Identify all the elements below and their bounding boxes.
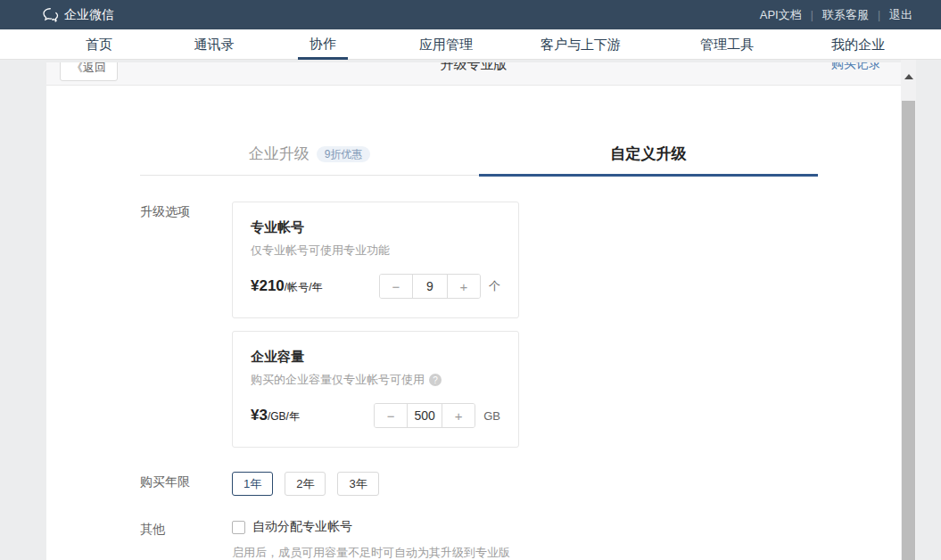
wecom-logo-icon [43, 8, 59, 22]
auto-assign-option[interactable]: 自动分配专业帐号 [232, 519, 510, 535]
other-content: 自动分配专业帐号 启用后，成员可用容量不足时可自动为其升级到专业版 [232, 519, 510, 560]
upgrade-options-label: 升级选项 [140, 202, 232, 448]
tab-custom-upgrade[interactable]: 自定义升级 [479, 133, 818, 175]
back-button[interactable]: 《返回 [60, 62, 118, 81]
card-description-text: 购买的企业容量仅专业帐号可使用 [251, 372, 425, 388]
nav-tab-contacts[interactable]: 通讯录 [183, 29, 246, 60]
divider: | [811, 9, 813, 21]
nav-tab-home[interactable]: 首页 [74, 29, 124, 60]
tab-label: 企业升级 [249, 144, 310, 164]
auto-assign-description: 启用后，成员可用容量不足时可自动为其升级到专业版 [232, 545, 510, 560]
price-amount: ¥3 [251, 407, 268, 424]
upgrade-tabs: 企业升级 9折优惠 自定义升级 [140, 133, 818, 176]
quantity-unit: 个 [489, 278, 500, 294]
content-panel: 《返回 升级专业版 购买记录 企业升级 9折优惠 自定义升级 升级选项 专业帐号… [46, 62, 901, 560]
tab-enterprise-upgrade[interactable]: 企业升级 9折优惠 [140, 133, 479, 175]
minus-button[interactable]: − [380, 275, 412, 298]
info-icon[interactable]: ? [429, 374, 442, 386]
other-row: 其他 自动分配专业帐号 启用后，成员可用容量不足时可自动为其升级到专业版 [140, 519, 901, 560]
scroll-up-button[interactable] [901, 70, 916, 83]
page-title: 升级专业版 [441, 62, 508, 73]
storage-card: 企业容量 购买的企业容量仅专业帐号可使用 ? ¥3/GB/年 − 500 [232, 331, 519, 448]
card-title: 企业容量 [251, 349, 500, 366]
quantity-value[interactable]: 500 [407, 404, 442, 427]
quantity-stepper: − 500 + [374, 403, 475, 428]
duration-label: 购买年限 [140, 472, 232, 490]
discount-badge: 9折优惠 [317, 146, 371, 162]
account-stepper: − 9 + 个 [379, 274, 500, 299]
price-row: ¥3/GB/年 − 500 + GB [251, 403, 500, 428]
price-unit: /帐号/年 [285, 281, 323, 293]
duration-row: 购买年限 1年 2年 3年 [140, 472, 901, 496]
price-amount: ¥210 [251, 277, 285, 294]
duration-1year-button[interactable]: 1年 [232, 472, 273, 496]
main-nav: 首页 通讯录 协作 应用管理 客户与上下游 管理工具 我的企业 [0, 29, 941, 60]
upgrade-options-row: 升级选项 专业帐号 仅专业帐号可使用专业功能 ¥210/帐号/年 − 9 [140, 202, 901, 448]
price: ¥210/帐号/年 [251, 277, 323, 295]
option-cards: 专业帐号 仅专业帐号可使用专业功能 ¥210/帐号/年 − 9 + [232, 202, 519, 448]
storage-stepper: − 500 + GB [374, 403, 500, 428]
tab-label: 自定义升级 [611, 144, 687, 164]
nav-tab-my-company[interactable]: 我的企业 [820, 29, 896, 60]
upgrade-form: 升级选项 专业帐号 仅专业帐号可使用专业功能 ¥210/帐号/年 − 9 [46, 202, 901, 560]
app-logo[interactable]: 企业微信 [43, 7, 114, 23]
price-row: ¥210/帐号/年 − 9 + 个 [251, 274, 500, 299]
api-docs-link[interactable]: API文档 [760, 7, 802, 23]
nav-tab-app-management[interactable]: 应用管理 [408, 29, 484, 60]
divider: | [878, 9, 880, 21]
nav-tab-collaboration[interactable]: 协作 [298, 29, 348, 60]
nav-tab-customers[interactable]: 客户与上下游 [529, 29, 632, 60]
plus-button[interactable]: + [442, 404, 475, 427]
quantity-stepper: − 9 + [379, 274, 481, 299]
quantity-unit: GB [483, 409, 500, 423]
app-title: 企业微信 [64, 7, 114, 23]
quantity-value[interactable]: 9 [412, 275, 448, 298]
logout-link[interactable]: 退出 [889, 7, 912, 23]
topbar-links: API文档 | 联系客服 | 退出 [760, 7, 912, 23]
plus-button[interactable]: + [448, 275, 480, 298]
duration-options: 1年 2年 3年 [232, 472, 379, 496]
price: ¥3/GB/年 [251, 407, 300, 424]
vertical-scrollbar[interactable] [901, 60, 916, 560]
card-description: 购买的企业容量仅专业帐号可使用 ? [251, 372, 500, 388]
duration-3year-button[interactable]: 3年 [337, 472, 378, 496]
duration-2year-button[interactable]: 2年 [285, 472, 326, 496]
auto-assign-checkbox[interactable] [232, 521, 245, 534]
scrollbar-thumb[interactable] [902, 101, 915, 560]
contact-support-link[interactable]: 联系客服 [822, 7, 869, 23]
minus-button[interactable]: − [375, 404, 407, 427]
pro-account-card: 专业帐号 仅专业帐号可使用专业功能 ¥210/帐号/年 − 9 + [232, 202, 519, 318]
price-unit: /GB/年 [268, 410, 300, 423]
up-arrow-icon [904, 74, 913, 79]
topbar: 企业微信 API文档 | 联系客服 | 退出 [0, 0, 941, 29]
panel-header: 《返回 升级专业版 购买记录 [46, 62, 901, 86]
card-title: 专业帐号 [251, 219, 500, 236]
nav-tab-admin-tools[interactable]: 管理工具 [689, 29, 765, 60]
auto-assign-label: 自动分配专业帐号 [252, 519, 352, 535]
card-description: 仅专业帐号可使用专业功能 [251, 243, 500, 259]
other-label: 其他 [140, 519, 232, 560]
purchase-records-link[interactable]: 购买记录 [831, 62, 881, 72]
